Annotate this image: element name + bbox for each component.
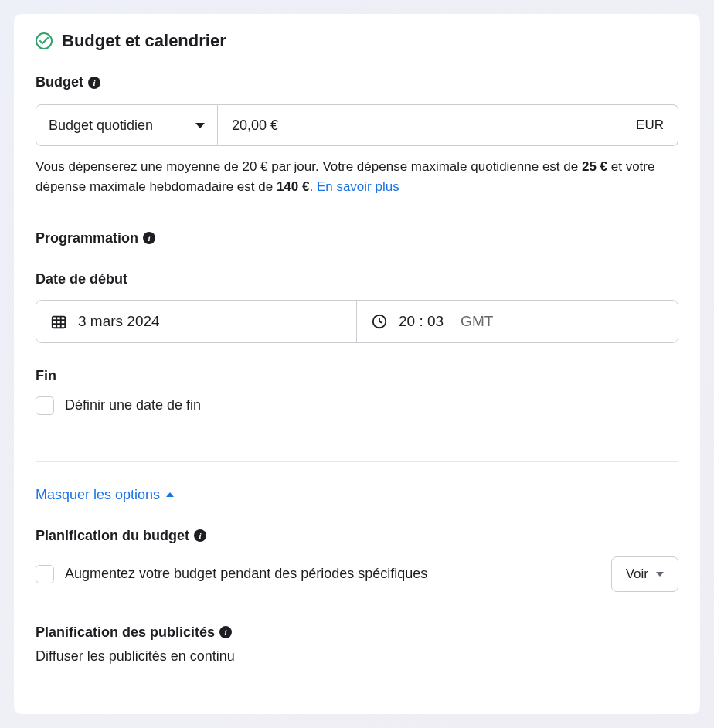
calendar-icon [50, 313, 67, 330]
budget-plan-label: Planification du budget i [36, 528, 678, 544]
svg-rect-0 [53, 316, 66, 328]
budget-plan-checkbox-label: Augmentez votre budget pendant des pério… [65, 566, 427, 582]
check-circle-icon [36, 32, 53, 49]
budget-plan-checkbox[interactable] [36, 565, 54, 583]
budget-currency: EUR [636, 117, 664, 133]
end-date-checkbox-row: Définir une date de fin [36, 396, 678, 415]
info-icon[interactable]: i [88, 77, 100, 89]
chevron-up-icon [166, 492, 174, 497]
start-date-value: 3 mars 2024 [78, 313, 160, 330]
info-icon[interactable]: i [143, 232, 155, 244]
card-title: Budget et calendrier [62, 31, 226, 51]
end-label: Fin [36, 368, 678, 384]
budget-label: Budget i [36, 74, 678, 90]
schedule-label: Programmation i [36, 230, 678, 247]
ad-plan-label: Planification des publicités i [36, 624, 678, 641]
budget-helper-text: Vous dépenserez une moyenne de 20 € par … [36, 157, 678, 198]
end-date-checkbox[interactable] [36, 396, 54, 415]
end-date-checkbox-label: Définir une date de fin [65, 397, 201, 413]
budget-amount-value: 20,00 € [232, 117, 278, 134]
budget-plan-row: Augmentez votre budget pendant des pério… [36, 556, 678, 592]
budget-plan-checkbox-row: Augmentez votre budget pendant des pério… [36, 565, 427, 583]
timezone-label: GMT [461, 313, 493, 330]
clock-icon [371, 313, 388, 330]
start-date-label: Date de début [36, 271, 678, 287]
budget-schedule-card: Budget et calendrier Budget i Budget quo… [14, 14, 700, 714]
view-button[interactable]: Voir [611, 556, 678, 592]
start-time-input[interactable]: 20 : 03 GMT [357, 301, 678, 342]
start-date-input[interactable]: 3 mars 2024 [36, 301, 357, 342]
budget-input-row: Budget quotidien 20,00 € EUR [36, 104, 678, 146]
hide-options-toggle[interactable]: Masquer les options [36, 487, 174, 503]
card-header: Budget et calendrier [36, 31, 678, 51]
chevron-down-icon [656, 572, 664, 577]
budget-type-select[interactable]: Budget quotidien [36, 104, 218, 146]
start-time-value: 20 : 03 [399, 313, 444, 330]
learn-more-link[interactable]: En savoir plus [317, 179, 400, 194]
budget-amount-input[interactable]: 20,00 € EUR [218, 104, 678, 146]
budget-type-value: Budget quotidien [49, 117, 153, 134]
divider [36, 461, 678, 462]
ad-plan-body: Diffuser les publicités en continu [36, 648, 678, 665]
chevron-down-icon [196, 123, 205, 128]
info-icon[interactable]: i [219, 626, 232, 638]
info-icon[interactable]: i [194, 529, 206, 542]
start-datetime-row: 3 mars 2024 20 : 03 GMT [36, 300, 678, 343]
